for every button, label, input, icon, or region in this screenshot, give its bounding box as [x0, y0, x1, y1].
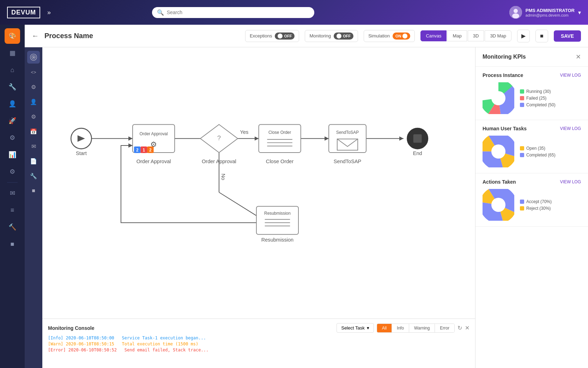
palette-settings-icon[interactable]: ⚙ [27, 81, 40, 93]
actions-pie [483, 189, 514, 221]
user-dropdown-icon[interactable]: ▾ [578, 9, 581, 16]
monitoring-switch[interactable]: OFF [334, 32, 353, 40]
simulation-knob [402, 34, 407, 38]
palette-stop-icon[interactable]: ■ [27, 184, 40, 197]
sidebar-item-tools[interactable]: 🔧 [5, 79, 20, 95]
sidebar-item-chart[interactable]: 📊 [5, 147, 20, 162]
logo: DEVUM [7, 7, 40, 18]
palette-mail-icon[interactable]: ✉ [27, 140, 40, 153]
filter-all-button[interactable]: All [377, 324, 392, 332]
svg-text:Close Order: Close Order [268, 130, 291, 135]
stop-button[interactable]: ■ [535, 30, 548, 42]
svg-point-60 [491, 198, 505, 212]
sidebar-item-user[interactable]: 👤 [5, 96, 20, 112]
exceptions-switch[interactable]: OFF [275, 32, 295, 40]
search-bar[interactable]: 🔍 [152, 7, 314, 18]
tab-3d-map[interactable]: 3D Map [485, 30, 511, 41]
kpi-section-process-instance: Process Instance VIEW LOG [475, 67, 588, 120]
monitoring-label: Monitoring [309, 33, 331, 38]
kpi-actions-chart: Accept (70%) Reject (30%) [483, 189, 581, 221]
kpi-process-instance-chart: Running (30) Failed (25) Completed (50) [483, 82, 581, 114]
process-instance-pie [483, 82, 514, 114]
filter-info-button[interactable]: Info [392, 324, 409, 332]
palette-play-icon[interactable] [27, 51, 40, 64]
palette-spanner-icon[interactable]: 🔧 [27, 170, 40, 182]
svg-text:Order Approval: Order Approval [137, 159, 171, 164]
play-button[interactable]: ▶ [517, 30, 530, 42]
kpi-title: Monitoring KPIs [483, 54, 526, 60]
svg-point-54 [491, 91, 505, 105]
svg-text:2: 2 [136, 148, 139, 153]
kpi-section-human-tasks: Human User Tasks VIEW LOG [475, 120, 588, 173]
svg-text:2: 2 [149, 148, 152, 153]
sidebar-item-list[interactable]: ≡ [5, 202, 20, 218]
user-text-block: PMS ADMINISTRATOR admin@pms.devem.com [526, 8, 575, 17]
kpi-section-human-tasks-header: Human User Tasks VIEW LOG [483, 126, 581, 131]
icon-sidebar: 🎨 ▦ ⌂ 🔧 👤 🚀 ⚙ 📊 ⚙ ✉ ≡ 🔨 ■ [0, 25, 25, 368]
svg-text:1: 1 [143, 148, 145, 153]
actions-view-log[interactable]: VIEW LOG [560, 179, 581, 184]
kpi-close-button[interactable]: ✕ [576, 53, 581, 61]
human-tasks-view-log[interactable]: VIEW LOG [560, 126, 581, 131]
sidebar-item-home[interactable]: ⌂ [5, 62, 20, 78]
sidebar-item-tool[interactable]: 🔨 [5, 219, 20, 235]
main-layout: 🎨 ▦ ⌂ 🔧 👤 🚀 ⚙ 📊 ⚙ ✉ ≡ 🔨 ■ ← Process Name… [0, 25, 588, 368]
sidebar-item-rocket[interactable]: 🚀 [5, 113, 20, 129]
filter-error-button[interactable]: Error [435, 324, 454, 332]
select-task-dropdown[interactable]: Select Task ▾ [337, 323, 374, 333]
bpmn-svg: Yes No [42, 47, 475, 319]
palette-code-icon[interactable]: <> [27, 66, 40, 78]
svg-text:End: End [413, 150, 422, 156]
process-instance-view-log[interactable]: VIEW LOG [560, 73, 581, 78]
legend-running: Running (30) [520, 89, 556, 94]
sidebar-item-settings[interactable]: ⚙ [5, 130, 20, 146]
palette-doc-icon[interactable]: 📄 [27, 155, 40, 167]
palette-calendar-icon[interactable]: 📅 [27, 125, 40, 138]
tool-palette: <> ⚙ 👤 ⚙ 📅 ✉ 📄 🔧 ■ [25, 47, 42, 368]
kpi-section-actions-header: Actions Taken VIEW LOG [483, 179, 581, 185]
sidebar-item-grid[interactable]: ▦ [5, 45, 20, 61]
tab-map[interactable]: Map [447, 30, 467, 41]
svg-line-14 [219, 192, 256, 215]
tab-canvas[interactable]: Canvas [420, 30, 447, 41]
legend-completed-tasks: Completed (65) [520, 153, 556, 158]
exceptions-label: Exceptions [250, 33, 272, 38]
legend-completed: Completed (50) [520, 102, 556, 107]
human-tasks-pie [483, 136, 514, 167]
dropdown-chevron-icon: ▾ [367, 325, 369, 331]
console-action-icons: ↻ ✕ [457, 325, 469, 331]
nav-expand-icon[interactable]: » [47, 9, 51, 16]
sidebar-item-email[interactable]: ✉ [5, 185, 20, 201]
close-console-icon[interactable]: ✕ [465, 325, 469, 331]
svg-rect-31 [259, 124, 301, 152]
sidebar-item-dashboard[interactable]: 🎨 [5, 28, 20, 44]
exceptions-knob [278, 34, 283, 38]
kpi-human-tasks-chart: Open (35) Completed (65) [483, 136, 581, 167]
console-log: [Info] 2020-06-10T08:50:00 Service Task-… [48, 336, 469, 352]
simulation-label: Simulation [368, 33, 390, 38]
svg-text:Order Approval: Order Approval [202, 159, 236, 164]
svg-text:Order Approval: Order Approval [140, 131, 168, 136]
sidebar-item-gear[interactable]: ⚙ [5, 164, 20, 179]
actions-legend: Accept (70%) Reject (30%) [520, 199, 552, 211]
palette-cog-icon[interactable]: ⚙ [27, 110, 40, 123]
process-name-label: Process Name [44, 32, 93, 40]
log-entry-warn: [Warn] 2020-06-10T08:50:15 Total executi… [48, 342, 469, 346]
view-tabs: Canvas Map 3D 3D Map [420, 30, 511, 41]
save-button[interactable]: SAVE [554, 30, 581, 42]
exceptions-toggle-group: Exceptions OFF [245, 30, 299, 42]
svg-text:SendToSAP: SendToSAP [336, 130, 359, 135]
search-input[interactable] [167, 10, 309, 15]
tab-3d[interactable]: 3D [468, 30, 484, 41]
diagram-canvas[interactable]: Yes No [42, 47, 475, 319]
content-area: ← Process Name Exceptions OFF Monitoring… [25, 25, 588, 368]
legend-reject: Reject (30%) [520, 206, 552, 211]
svg-rect-43 [413, 134, 422, 143]
palette-person-icon[interactable]: 👤 [27, 95, 40, 108]
legend-accept: Accept (70%) [520, 199, 552, 204]
refresh-icon[interactable]: ↻ [457, 325, 462, 331]
filter-warning-button[interactable]: Warning [409, 324, 435, 332]
sidebar-item-stop[interactable]: ■ [5, 236, 20, 252]
back-button[interactable]: ← [32, 32, 39, 40]
simulation-switch[interactable]: ON [393, 32, 411, 40]
